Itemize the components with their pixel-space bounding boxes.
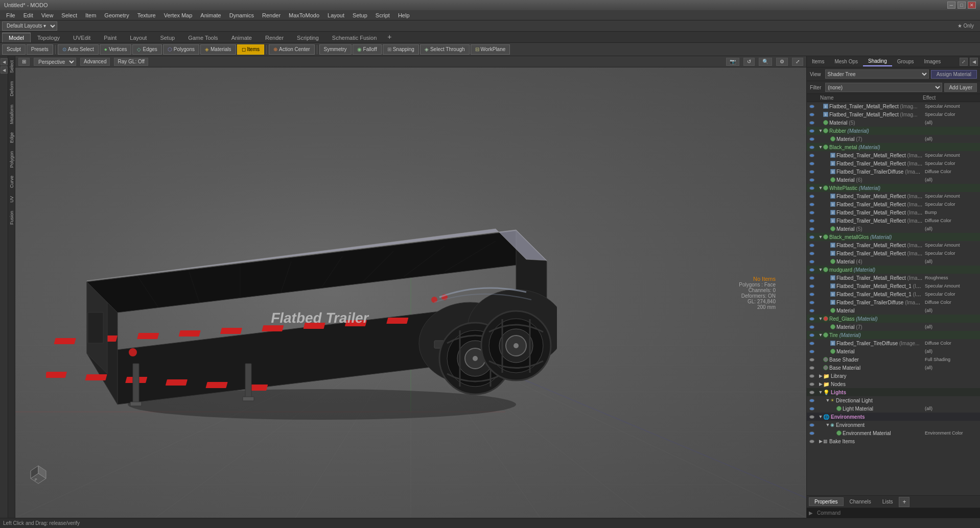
tree-expand-icon[interactable]: ▼ [818, 332, 823, 338]
viewport-layout-button[interactable]: ⊞ [18, 58, 30, 66]
eye-toggle[interactable] [808, 413, 816, 420]
tree-row[interactable]: ▼ ◉ Environment [807, 421, 980, 429]
tab-setup[interactable]: Setup [153, 33, 181, 42]
eye-toggle[interactable] [808, 274, 816, 281]
tree-row[interactable]: i Flatbed_Trailer_Metall_Reflect (Imag..… [807, 241, 980, 249]
eye-toggle[interactable] [808, 372, 816, 379]
tree-row[interactable]: Environment Material Environment Color [807, 429, 980, 437]
tree-expand-icon[interactable]: ▶ [818, 439, 823, 444]
left-tab-polygon[interactable]: Polygon [8, 147, 15, 172]
tab-paint[interactable]: Paint [97, 33, 123, 42]
sidebar-toggle-1[interactable]: ◀ [1, 58, 8, 65]
tree-row[interactable]: i Flatbed_Trailer_Metall_Reflect (Imag..… [807, 208, 980, 217]
workplane-button[interactable]: ⊟ WorkPlane [471, 44, 510, 55]
tree-row[interactable]: ▼ Rubber (Material) [807, 127, 980, 135]
left-tab-edge[interactable]: Edge [8, 128, 15, 147]
tree-row[interactable]: i Flatbed_Trailer_Metall_Reflect (Imag..… [807, 200, 980, 208]
eye-toggle[interactable] [808, 111, 816, 118]
shader-tree-select[interactable]: Shader Tree [825, 69, 929, 79]
rp-tab-images[interactable]: Images [919, 57, 946, 66]
tree-row[interactable]: i Flatbed_Trailer_Metall_Reflect (Imag..… [807, 151, 980, 159]
tab-scripting[interactable]: Scripting [290, 33, 325, 42]
select-through-button[interactable]: ◈ Select Through [420, 44, 470, 55]
tree-row[interactable]: Base Material (all) [807, 364, 980, 372]
rp-tab-mesh-ops[interactable]: Mesh Ops [829, 57, 863, 66]
tree-row[interactable]: i Flatbed_Trailer_Metall_Reflect (Imag..… [807, 110, 980, 118]
eye-toggle[interactable] [808, 127, 816, 134]
menu-layout[interactable]: Layout [323, 11, 348, 19]
tab-uvedit[interactable]: UVEdit [66, 33, 97, 42]
tree-expand-icon[interactable]: ▼ [818, 185, 823, 190]
tree-expand-icon[interactable]: ▶ [818, 373, 823, 378]
tab-model[interactable]: Model [2, 33, 31, 42]
prop-tab-properties[interactable]: Properties [809, 497, 844, 506]
eye-toggle[interactable] [808, 364, 816, 371]
eye-toggle[interactable] [808, 103, 816, 110]
tree-row[interactable]: ▼ Black_metal (Material) [807, 143, 980, 151]
tree-row[interactable]: ▼ Tire (Material) [807, 331, 980, 339]
maximize-button[interactable]: □ [958, 2, 966, 9]
tree-row[interactable]: i Flatbed_Trailer_TrailerDiffuse (Image.… [807, 167, 980, 176]
tree-expand-icon[interactable]: ▼ [818, 234, 823, 239]
auto-select-button[interactable]: ⊙ Auto Select [58, 44, 99, 55]
menu-maxtomodo[interactable]: MaxToModo [285, 11, 323, 19]
snapping-button[interactable]: ⊞ Snapping [383, 44, 419, 55]
tree-row[interactable]: ▶ 📁 Nodes [807, 380, 980, 388]
tree-row[interactable]: ▼ Red_Glass (Material) [807, 315, 980, 323]
left-tab-fusion[interactable]: Fusion [8, 207, 15, 229]
tree-row[interactable]: i Flatbed_Trailer_Metall_Reflect (Imag..… [807, 159, 980, 167]
eye-toggle[interactable] [808, 438, 816, 445]
eye-toggle[interactable] [808, 193, 816, 200]
eye-toggle[interactable] [808, 184, 816, 191]
tree-row[interactable]: Material (6) (all) [807, 176, 980, 184]
eye-toggle[interactable] [808, 307, 816, 314]
polygons-button[interactable]: ⬡ Polygons [163, 44, 199, 55]
tree-row[interactable]: i Flatbed_Trailer_Metall_Reflect (Imag..… [807, 274, 980, 282]
rp-expand-icon[interactable]: ⤢ [960, 58, 968, 66]
rp-tab-groups[interactable]: Groups [892, 57, 919, 66]
eye-toggle[interactable] [808, 168, 816, 175]
eye-toggle[interactable] [808, 250, 816, 257]
tree-row[interactable]: Light Material (all) [807, 404, 980, 413]
eye-toggle[interactable] [808, 356, 816, 363]
menu-texture[interactable]: Texture [133, 11, 160, 19]
menu-animate[interactable]: Animate [196, 11, 225, 19]
eye-toggle[interactable] [808, 282, 816, 290]
eye-toggle[interactable] [808, 331, 816, 339]
eye-toggle[interactable] [808, 266, 816, 273]
tree-expand-icon[interactable]: ▼ [825, 422, 830, 427]
close-button[interactable]: ✕ [968, 2, 976, 9]
menu-render[interactable]: Render [258, 11, 285, 19]
tree-expand-icon[interactable]: ▼ [825, 398, 830, 403]
tree-row[interactable]: Material (5) (all) [807, 225, 980, 233]
menu-setup[interactable]: Setup [348, 11, 371, 19]
vertices-button[interactable]: ● Vertices [100, 44, 132, 55]
command-input[interactable] [815, 509, 980, 518]
tab-topology[interactable]: Topology [31, 33, 66, 42]
eye-toggle[interactable] [808, 389, 816, 396]
sidebar-toggle-2[interactable]: ◀ [1, 66, 8, 74]
tree-row[interactable]: ▼ ☀ Directional Light [807, 396, 980, 404]
minimize-button[interactable]: ─ [947, 2, 955, 9]
eye-toggle[interactable] [808, 405, 816, 412]
menu-dynamics[interactable]: Dynamics [225, 11, 258, 19]
tree-row[interactable]: Material (7) (all) [807, 135, 980, 143]
tree-row[interactable]: ▼ mudguard (Material) [807, 266, 980, 274]
tree-expand-icon[interactable]: ▼ [818, 316, 823, 321]
materials-button[interactable]: ◈ Materials [200, 44, 236, 55]
presets-button[interactable]: Presets [27, 44, 53, 55]
eye-toggle[interactable] [808, 258, 816, 265]
tab-render[interactable]: Render [259, 33, 290, 42]
prop-add-button[interactable]: + [899, 497, 909, 507]
eye-toggle[interactable] [808, 160, 816, 167]
tree-row[interactable]: i Flatbed_Trailer_Metall_Reflect (Imag..… [807, 217, 980, 225]
viewport-advanced-button[interactable]: Advanced [80, 58, 110, 66]
rp-collapse-icon[interactable]: ◀ [970, 58, 978, 66]
tab-animate[interactable]: Animate [225, 33, 259, 42]
menu-select[interactable]: Select [57, 11, 81, 19]
tree-expand-icon[interactable]: ▼ [818, 390, 823, 395]
tab-schematic-fusion[interactable]: Schematic Fusion [325, 33, 383, 42]
tree-row[interactable]: Material (7) (all) [807, 323, 980, 331]
eye-toggle[interactable] [808, 119, 816, 126]
tree-row[interactable]: i Flatbed_Trailer_TireDiffuse (Image... … [807, 339, 980, 347]
